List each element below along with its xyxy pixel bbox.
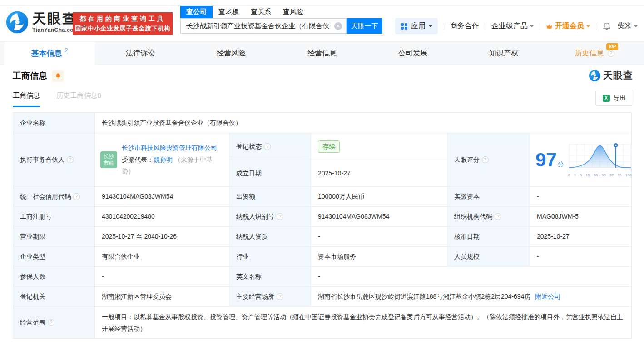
tab-label: 基本信息: [31, 48, 62, 59]
brand-name: 天眼查: [32, 11, 79, 26]
partner-avatar[interactable]: 长沙市科: [100, 151, 117, 168]
tab-label: 经营信息: [307, 49, 337, 58]
registration-status-cell: 存续: [311, 133, 447, 160]
nav-divider: [540, 23, 540, 30]
slogan-banner: 都在用的商业查询工具 国家中小企业发展子基金旗下机构: [73, 12, 173, 35]
business-scope-value: 一般项目：以私募基金从事股权投资、投资管理、资产管理等活动（须在中国证券投资基金…: [102, 311, 624, 335]
search-tab-risk[interactable]: 查风险: [277, 6, 309, 18]
credit-code-value: 91430104MAG08JWM54: [95, 187, 229, 207]
score-number: 97分: [535, 150, 564, 170]
business-site-value: 湖南省长沙市岳麓区观沙岭街道滨江路188号湘江基金小镇2栋2层204-694房: [318, 292, 530, 301]
help-icon[interactable]: ?: [277, 293, 283, 300]
enterprise-label: 企业级产品: [491, 21, 528, 31]
search-tab-boss[interactable]: 查老板: [213, 6, 245, 18]
tianyancha-swirl-icon: [589, 70, 601, 82]
help-icon[interactable]: ?: [482, 156, 489, 163]
tab-business-info[interactable]: 经营信息: [277, 42, 367, 65]
company-name-value: 长沙战新引领产业投资基金合伙企业（有限合伙）: [95, 113, 632, 133]
nav-divider: [596, 23, 596, 30]
score-distribution-chart: 0131550859799100: [568, 141, 632, 178]
subtab-history-registration[interactable]: 历史工商信息0: [56, 91, 101, 106]
search-input-wrap: ✕: [180, 18, 347, 34]
company-type-value: 有限合伙企业: [95, 247, 229, 267]
approval-date-value: 2025-10-27: [530, 227, 632, 247]
field-label: 实缴资本: [447, 187, 530, 207]
tab-legal[interactable]: 法律诉讼: [95, 42, 186, 65]
field-label: 天眼评分 ?: [447, 133, 530, 187]
notification-bell[interactable]: [602, 22, 611, 31]
apps-menu[interactable]: 应用: [395, 18, 438, 34]
username: 费米: [617, 21, 632, 31]
help-icon[interactable]: ?: [48, 319, 54, 326]
slogan-line2: 国家中小企业发展子基金旗下机构: [75, 25, 170, 33]
help-icon[interactable]: ?: [67, 156, 74, 163]
business-site-cell: 湖南省长沙市岳麓区观沙岭街道滨江路188号湘江基金小镇2栋2层204-694房 …: [311, 287, 632, 307]
company-tabs: 基本信息 2 法律诉讼 经营风险 经营信息 公司发展 知识产权 历史信息 ? V…: [0, 41, 644, 65]
tab-company-development[interactable]: 公司发展: [367, 42, 458, 65]
nav-cooperation[interactable]: 商务合作: [450, 21, 479, 31]
nav-enterprise[interactable]: 企业级产品: [491, 21, 534, 31]
search-button[interactable]: 天眼一下: [347, 18, 382, 34]
help-icon[interactable]: ?: [264, 143, 271, 150]
nav-divider: [485, 23, 485, 30]
watermark-logo: 天眼查: [589, 69, 633, 82]
chevron-down-icon: [429, 25, 432, 29]
tab-label: 知识产权: [489, 49, 518, 58]
subtab-row: 工商信息 历史工商信息0 X 导出: [13, 91, 633, 110]
help-icon[interactable]: ?: [73, 193, 80, 200]
export-label: 导出: [614, 94, 626, 102]
tab-intellectual-property[interactable]: 知识产权: [458, 42, 549, 65]
industry-value: 资本市场服务: [311, 247, 447, 267]
brand-domain: TianYanCha.com: [32, 27, 79, 33]
watermark-text: 天眼查: [603, 69, 633, 82]
field-label: 人员规模: [447, 247, 530, 267]
vip-badge: VIP: [606, 43, 618, 50]
reg-authority-value: 湖南湘江新区管理委员会: [95, 287, 229, 307]
tianyancha-company-page: 天眼查 TianYanCha.com 都在用的商业查询工具 国家中小企业发展子基…: [0, 0, 644, 345]
business-term-value: 2025-10-27 至 2040-10-26: [95, 227, 229, 247]
subtab-business-registration[interactable]: 工商信息: [13, 91, 40, 107]
taxpayer-quality-value: -: [311, 227, 447, 247]
search-tab-relation[interactable]: 查关系: [245, 6, 277, 18]
establish-date-value: 2025-10-27: [311, 160, 447, 187]
grid-icon: [401, 23, 408, 30]
tab-badge-count: 2: [64, 47, 68, 54]
score-axis: 0131550859799100: [568, 173, 632, 178]
tianyancha-logo[interactable]: 天眼查 TianYanCha.com: [5, 10, 79, 34]
field-label: 登记机关: [13, 287, 95, 307]
field-label: 营业期限: [13, 227, 95, 247]
field-label: 纳税人资质: [229, 227, 311, 247]
business-scope-cell: 一般项目：以私募基金从事股权投资、投资管理、资产管理等活动（须在中国证券投资基金…: [95, 307, 632, 339]
search-area: 查公司 查老板 查关系 查风险 ✕ 天眼一下: [180, 6, 382, 34]
excel-icon: X: [603, 95, 610, 102]
tab-history-info[interactable]: 历史信息 ? VIP: [549, 42, 640, 65]
paid-capital-value: -: [530, 187, 632, 207]
section-title: 工商信息: [13, 70, 47, 82]
partner-company-link[interactable]: 长沙市科技风险投资管理有限公司: [122, 144, 217, 151]
field-label: 行业: [229, 247, 311, 267]
nav-open-membership[interactable]: 开通会员: [546, 21, 590, 31]
nearby-companies-link[interactable]: 附近公司: [535, 292, 560, 301]
bell-icon: [55, 73, 61, 79]
help-icon[interactable]: ?: [495, 213, 501, 220]
top-nav: 应用 商务合作 企业级产品 开通会员: [395, 18, 638, 34]
search-tab-company[interactable]: 查公司: [180, 6, 213, 18]
field-label: 登记状态 ?: [229, 133, 311, 160]
field-label: 组织机构代码 ?: [447, 207, 530, 227]
help-icon[interactable]: ?: [277, 213, 283, 220]
tab-label: 历史信息: [575, 49, 604, 58]
user-menu[interactable]: 费米: [617, 21, 638, 31]
subscribe-bell[interactable]: [52, 70, 64, 82]
insured-count-value: -: [95, 267, 229, 287]
status-badge: 存续: [318, 140, 340, 153]
field-label: 经营范围 ?: [13, 307, 95, 339]
header: 天眼查 TianYanCha.com 都在用的商业查询工具 国家中小企业发展子基…: [0, 6, 644, 40]
clear-icon[interactable]: ✕: [334, 22, 342, 30]
search-input[interactable]: [181, 19, 346, 33]
field-label: 主要经营场所 ?: [229, 287, 311, 307]
rep-name-link[interactable]: 魏孙明: [154, 156, 173, 163]
tab-basic-info[interactable]: 基本信息 2: [4, 42, 95, 65]
field-label: 工商注册号: [13, 207, 95, 227]
export-button[interactable]: X 导出: [595, 90, 633, 106]
tab-operating-risk[interactable]: 经营风险: [186, 42, 277, 65]
